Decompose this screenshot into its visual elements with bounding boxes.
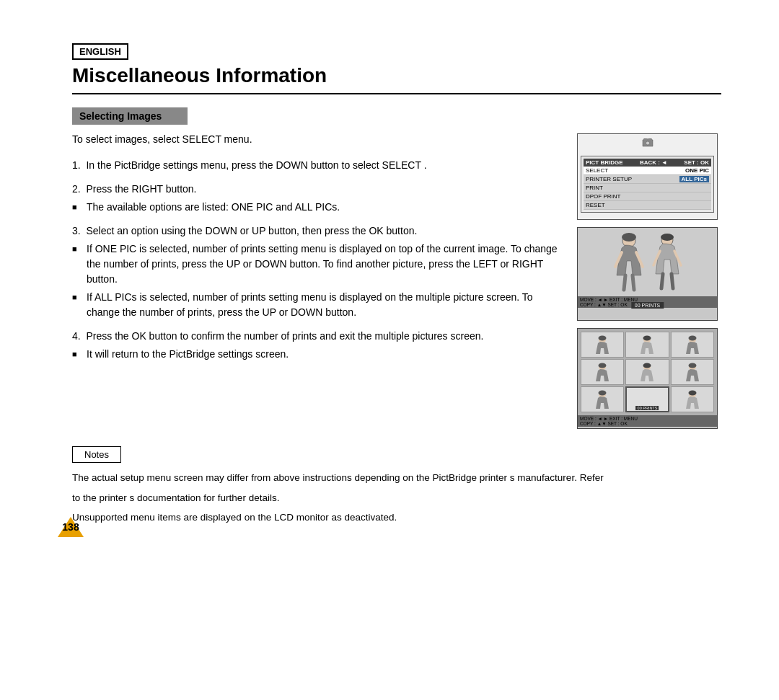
grid-figure-9 [682, 389, 703, 410]
grid-cell-5 [625, 359, 669, 385]
intro-text: To select images, select SELECT menu. [72, 133, 563, 145]
step-3-number: 3. [72, 225, 84, 236]
menu-row-print-label: PRINT [586, 185, 603, 191]
grid-figure-2 [636, 334, 658, 355]
multi-prints-label: 00 PRINTS [636, 406, 659, 410]
notes-line-3: Unsupported menu items are displayed on … [72, 510, 664, 526]
grid-figure-7 [591, 389, 613, 410]
grid-cell-4 [581, 359, 624, 385]
svg-line-12 [672, 274, 673, 288]
grid-cell-1 [581, 332, 624, 358]
grid-figure-5 [636, 361, 658, 383]
svg-point-14 [599, 336, 607, 341]
figure-male [651, 232, 684, 293]
svg-point-20 [599, 363, 607, 368]
step-3-bullet-1: If ONE PIC is selected, number of prints… [72, 242, 563, 287]
menu-row-reset-label: RESET [586, 202, 605, 208]
pict-menu-back: BACK : ◄ [640, 159, 667, 166]
grid-figure-1 [591, 334, 613, 355]
svg-point-0 [646, 141, 649, 145]
pict-menu-header: PICT BRIDGE BACK : ◄ SET : OK [584, 159, 711, 167]
step-2-text: Press the RIGHT button. [86, 183, 196, 195]
menu-row-dpof-label: DPOF PRINT [586, 193, 620, 200]
section-heading: Selecting Images [72, 107, 188, 125]
step-1-text: In the PictBridge settings menu, press t… [86, 159, 426, 171]
grid-figure-4 [591, 361, 613, 383]
images-column: PICT BRIDGE BACK : ◄ SET : OK SELECT ONE… [577, 133, 721, 429]
menu-row-print: PRINT [584, 184, 711, 192]
step-2-bullet-1: The available options are listed: ONE PI… [72, 200, 563, 215]
svg-point-26 [599, 391, 607, 396]
notes-section: Notes The actual setup menu screen may d… [72, 446, 721, 526]
notes-badge: Notes [72, 446, 121, 463]
menu-row-printer: PRINTER SETUP ALL PICs [584, 175, 711, 184]
camera-icon [642, 138, 653, 147]
pict-menu-rows: SELECT ONE PIC PRINTER SETUP ALL PICs PR… [584, 167, 711, 210]
pict-menu-box: PICT BRIDGE BACK : ◄ SET : OK SELECT ONE… [581, 156, 714, 213]
multi-grid: 00 PRINTS [578, 329, 717, 415]
english-badge: ENGLISH [72, 43, 128, 60]
svg-line-5 [624, 275, 625, 290]
svg-point-22 [643, 363, 651, 368]
step-4-text: Press the OK button to confirm the numbe… [86, 330, 483, 342]
content-area: To select images, select SELECT menu. 1.… [72, 133, 721, 429]
svg-point-16 [643, 336, 651, 341]
menu-row-select: SELECT ONE PIC [584, 167, 711, 175]
step-2: 2. Press the RIGHT button. The available… [72, 182, 563, 215]
grid-cell-8: 00 PRINTS [625, 386, 669, 412]
notes-line-1: The actual setup menu screen may differ … [72, 470, 664, 486]
grid-cell-3 [671, 332, 714, 358]
svg-line-6 [633, 275, 634, 290]
svg-point-8 [661, 234, 674, 241]
page-title: Miscellaneous Information [72, 64, 721, 94]
cam-icon [581, 137, 714, 150]
multi-control-2: COPY : ▲▼ SET : OK [580, 421, 715, 426]
step-list: 1. In the PictBridge settings menu, pres… [72, 158, 563, 362]
figure-female [611, 232, 647, 293]
pict-menu-set: SET : OK [684, 159, 709, 166]
page-number-area: 138 [58, 517, 84, 537]
step-4-number: 4. [72, 330, 84, 342]
svg-line-11 [661, 274, 663, 288]
step-3: 3. Select an option using the DOWN or UP… [72, 223, 563, 320]
svg-point-28 [688, 391, 696, 396]
grid-cell-9 [671, 386, 714, 412]
english-badge-wrapper: ENGLISH [72, 43, 721, 64]
grid-cell-7 [581, 386, 624, 412]
single-prints-label: 00 PRINTS [631, 302, 664, 309]
step-4-bullet-1: It will return to the PictBridge setting… [72, 347, 563, 362]
svg-point-24 [688, 363, 696, 368]
notes-line-2: to the printer s documentation for furth… [72, 490, 664, 506]
diagram-single-screen: 00 PRINTS MOVE : ◄ ► EXIT : MENU COPY : … [577, 227, 718, 321]
svg-point-18 [688, 336, 696, 341]
multi-screen-controls: MOVE : ◄ ► EXIT : MENU COPY : ▲▼ SET : O… [578, 415, 717, 427]
text-column: To select images, select SELECT menu. 1.… [72, 133, 563, 429]
page-number: 138 [62, 521, 79, 533]
grid-cell-2 [625, 332, 669, 358]
grid-cell-6 [671, 359, 714, 385]
diagram-pict-menu: PICT BRIDGE BACK : ◄ SET : OK SELECT ONE… [577, 133, 718, 220]
single-control-1: MOVE : ◄ ► EXIT : MENU [580, 297, 715, 302]
step-2-number: 2. [72, 183, 84, 195]
page-number-wrapper: 138 [58, 517, 84, 537]
step-3-text: Select an option using the DOWN or UP bu… [86, 225, 417, 236]
diagram-multi-screen: 00 PRINTS MOVE : ◄ ► EXIT : MENU [577, 328, 718, 429]
step-1: 1. In the PictBridge settings menu, pres… [72, 158, 563, 173]
menu-row-select-label: SELECT [586, 167, 608, 174]
page-container: ENGLISH Miscellaneous Information Select… [0, 0, 779, 559]
menu-row-printer-value: ALL PICs [679, 176, 709, 182]
step-3-bullet-2: If ALL PICs is selected, number of print… [72, 290, 563, 320]
menu-row-dpof: DPOF PRINT [584, 192, 711, 201]
menu-row-select-value: ONE PIC [685, 167, 709, 174]
menu-row-printer-label: PRINTER SETUP [586, 176, 632, 182]
multi-control-1: MOVE : ◄ ► EXIT : MENU [580, 416, 715, 421]
grid-figure-3 [682, 334, 703, 355]
step-4: 4. Press the OK button to confirm the nu… [72, 329, 563, 362]
menu-row-reset: RESET [584, 201, 711, 210]
step-1-number: 1. [72, 159, 84, 171]
svg-point-2 [622, 233, 636, 242]
pict-menu-title: PICT BRIDGE [586, 159, 623, 166]
grid-figure-6 [682, 361, 703, 383]
